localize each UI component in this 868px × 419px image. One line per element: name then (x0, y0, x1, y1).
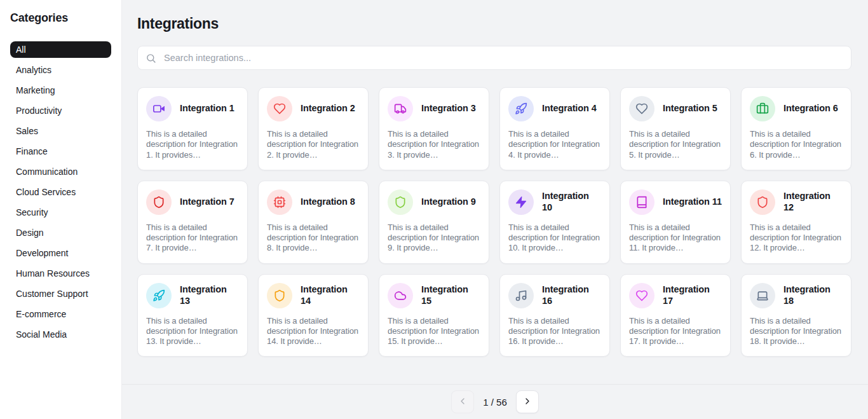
sidebar-item[interactable]: Social Media (10, 326, 111, 343)
integration-description: This is a detailed description for Integ… (388, 223, 480, 254)
integration-card[interactable]: Integration 18 This is a detailed descri… (741, 274, 851, 357)
sidebar-item[interactable]: Security (10, 204, 111, 221)
integration-description: This is a detailed description for Integ… (388, 316, 480, 347)
shield-icon (267, 283, 292, 308)
sidebar-item[interactable]: Finance (10, 143, 111, 160)
book-icon (629, 189, 654, 215)
video-camera-icon (146, 96, 172, 121)
sidebar-item[interactable]: All (10, 41, 111, 58)
search-input[interactable] (163, 52, 843, 64)
card-header: Integration 3 (388, 96, 480, 121)
integration-card[interactable]: Integration 7 This is a detailed descrip… (137, 181, 248, 264)
shield-icon (146, 189, 172, 215)
sidebar-item[interactable]: Productivity (10, 102, 111, 119)
integration-description: This is a detailed description for Integ… (750, 223, 843, 254)
integration-description: This is a detailed description for Integ… (146, 316, 239, 347)
integration-title: Integration 12 (783, 191, 843, 213)
integration-description: This is a detailed description for Integ… (508, 129, 601, 160)
integration-card[interactable]: Integration 11 This is a detailed descri… (620, 181, 731, 264)
main-content: Integrations Integration 1 This is a det… (122, 0, 868, 384)
app: Categories AllAnalyticsMarketingProducti… (0, 0, 868, 419)
integration-title: Integration 10 (542, 191, 601, 213)
cloud-icon (388, 283, 413, 308)
main-panel: Integrations Integration 1 This is a det… (122, 0, 868, 419)
integration-title: Integration 1 (180, 103, 234, 114)
sidebar-item[interactable]: Customer Support (10, 285, 111, 302)
integration-title: Integration 6 (783, 103, 838, 114)
integration-title: Integration 13 (180, 284, 239, 306)
card-header: Integration 13 (146, 283, 239, 308)
integration-card[interactable]: Integration 15 This is a detailed descri… (379, 274, 489, 357)
integration-description: This is a detailed description for Integ… (508, 223, 601, 254)
integration-description: This is a detailed description for Integ… (508, 316, 601, 347)
card-header: Integration 10 (508, 189, 601, 215)
briefcase-icon (750, 96, 775, 121)
sidebar-item[interactable]: Marketing (10, 82, 111, 99)
sidebar-item[interactable]: E-commerce (10, 306, 111, 322)
integration-title: Integration 11 (663, 196, 722, 207)
previous-page-button[interactable] (451, 390, 474, 413)
integration-title: Integration 2 (301, 103, 355, 114)
integration-card[interactable]: Integration 6 This is a detailed descrip… (741, 87, 851, 170)
integration-description: This is a detailed description for Integ… (267, 316, 360, 347)
integration-card[interactable]: Integration 16 This is a detailed descri… (499, 274, 610, 357)
integration-card[interactable]: Integration 3 This is a detailed descrip… (379, 87, 489, 170)
pagination-bar: 1 / 56 (122, 384, 868, 419)
shield-icon (750, 189, 775, 215)
integration-card[interactable]: Integration 2 This is a detailed descrip… (258, 87, 369, 170)
truck-icon (388, 96, 413, 121)
integration-card[interactable]: Integration 4 This is a detailed descrip… (499, 87, 610, 170)
integration-card[interactable]: Integration 1 This is a detailed descrip… (137, 87, 248, 170)
card-header: Integration 11 (629, 189, 722, 215)
integration-card[interactable]: Integration 14 This is a detailed descri… (258, 274, 369, 357)
card-header: Integration 18 (750, 283, 843, 308)
sidebar-item[interactable]: Communication (10, 163, 111, 180)
zap-icon (508, 189, 534, 215)
heart-icon (629, 96, 654, 121)
rocket-icon (508, 96, 534, 121)
integration-card[interactable]: Integration 12 This is a detailed descri… (741, 181, 851, 264)
card-header: Integration 14 (267, 283, 360, 308)
integration-card[interactable]: Integration 5 This is a detailed descrip… (620, 87, 731, 170)
card-header: Integration 16 (508, 283, 601, 308)
integration-description: This is a detailed description for Integ… (146, 129, 239, 160)
sidebar-item[interactable]: Development (10, 245, 111, 261)
integration-card[interactable]: Integration 10 This is a detailed descri… (499, 181, 610, 264)
integration-title: Integration 4 (542, 103, 597, 114)
sidebar-item[interactable]: Analytics (10, 62, 111, 78)
search-icon (146, 53, 156, 64)
integration-description: This is a detailed description for Integ… (267, 223, 360, 254)
integration-card[interactable]: Integration 13 This is a detailed descri… (137, 274, 248, 357)
integration-description: This is a detailed description for Integ… (629, 223, 722, 254)
integration-card[interactable]: Integration 17 This is a detailed descri… (620, 274, 731, 357)
integration-description: This is a detailed description for Integ… (267, 129, 360, 160)
card-header: Integration 17 (629, 283, 722, 308)
heart-icon (267, 96, 292, 121)
next-page-button[interactable] (516, 390, 539, 413)
card-header: Integration 15 (388, 283, 480, 308)
integration-title: Integration 17 (663, 284, 722, 306)
rocket-icon (146, 283, 172, 308)
laptop-icon (750, 283, 775, 308)
integrations-grid: Integration 1 This is a detailed descrip… (137, 87, 851, 357)
sidebar-item[interactable]: Cloud Services (10, 184, 111, 200)
sidebar-item[interactable]: Sales (10, 123, 111, 139)
sidebar: Categories AllAnalyticsMarketingProducti… (0, 0, 122, 419)
integration-description: This is a detailed description for Integ… (629, 129, 722, 160)
chevron-right-icon (522, 396, 532, 408)
card-header: Integration 9 (388, 189, 480, 215)
integration-card[interactable]: Integration 8 This is a detailed descrip… (258, 181, 369, 264)
chevron-left-icon (458, 396, 468, 408)
integration-description: This is a detailed description for Integ… (629, 316, 722, 347)
integration-title: Integration 3 (421, 103, 476, 114)
card-header: Integration 7 (146, 189, 239, 215)
page-title: Integrations (137, 15, 851, 32)
card-header: Integration 4 (508, 96, 601, 121)
heart-icon (629, 283, 654, 308)
music-icon (508, 283, 534, 308)
sidebar-item[interactable]: Human Resources (10, 265, 111, 282)
integration-title: Integration 18 (783, 284, 843, 306)
integration-card[interactable]: Integration 9 This is a detailed descrip… (379, 181, 489, 264)
sidebar-item[interactable]: Design (10, 224, 111, 241)
integration-title: Integration 16 (542, 284, 601, 306)
